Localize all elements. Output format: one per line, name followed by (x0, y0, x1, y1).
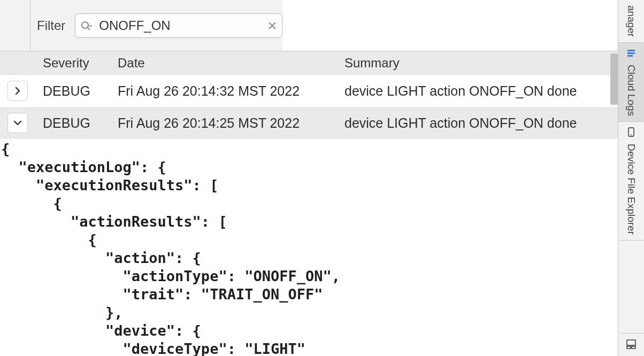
filter-input[interactable] (98, 18, 268, 34)
col-date: Date (118, 56, 344, 71)
chevron-down-icon (13, 119, 22, 127)
log-row[interactable]: DEBUG Fri Aug 26 20:14:25 MST 2022 devic… (0, 107, 618, 139)
collapse-toggle[interactable] (7, 113, 28, 133)
side-bottom-button[interactable] (618, 333, 644, 356)
log-row[interactable]: DEBUG Fri Aug 26 20:14:32 MST 2022 devic… (0, 75, 618, 107)
side-rail: anager Cloud Logs Device File Explorer (618, 0, 644, 356)
chevron-right-icon (13, 87, 22, 95)
filter-search-box[interactable] (75, 13, 282, 38)
log-table-header: Severity Date Summary (0, 51, 618, 75)
log-json-body: { "executionLog": { "executionResults": … (0, 139, 618, 356)
filter-label: Filter (37, 18, 65, 33)
svg-rect-6 (627, 55, 633, 57)
svg-rect-10 (627, 346, 631, 349)
side-tab-cloud-logs[interactable]: Cloud Logs (618, 43, 644, 122)
side-tab-label: anager (625, 5, 637, 37)
cell-severity: DEBUG (43, 115, 118, 131)
cell-summary: device LIGHT action ONOFF_ON done (344, 83, 618, 99)
expand-toggle[interactable] (7, 81, 28, 101)
cell-summary: device LIGHT action ONOFF_ON done (344, 115, 618, 131)
side-tab-manager[interactable]: anager (618, 0, 644, 43)
svg-point-0 (82, 22, 88, 28)
side-tab-device-file-explorer[interactable]: Device File Explorer (618, 122, 644, 241)
svg-line-1 (88, 28, 90, 30)
side-tab-label: Cloud Logs (625, 65, 637, 116)
cloud-logs-icon (626, 48, 636, 60)
svg-rect-9 (627, 340, 635, 345)
cell-date: Fri Aug 26 20:14:25 MST 2022 (118, 115, 344, 131)
scrollbar-thumb[interactable] (610, 53, 618, 105)
col-summary: Summary (344, 56, 618, 71)
cell-severity: DEBUG (43, 83, 118, 99)
col-severity: Severity (43, 56, 118, 71)
svg-rect-11 (632, 346, 635, 349)
svg-rect-4 (627, 50, 635, 51)
search-icon[interactable] (81, 21, 93, 30)
side-tab-label: Device File Explorer (625, 144, 637, 235)
cell-date: Fri Aug 26 20:14:32 MST 2022 (118, 83, 344, 99)
layout-icon (626, 339, 637, 350)
clear-icon[interactable] (268, 21, 277, 30)
device-icon (627, 127, 635, 140)
left-gutter (0, 0, 30, 51)
svg-rect-5 (627, 52, 635, 54)
svg-point-8 (631, 134, 632, 135)
